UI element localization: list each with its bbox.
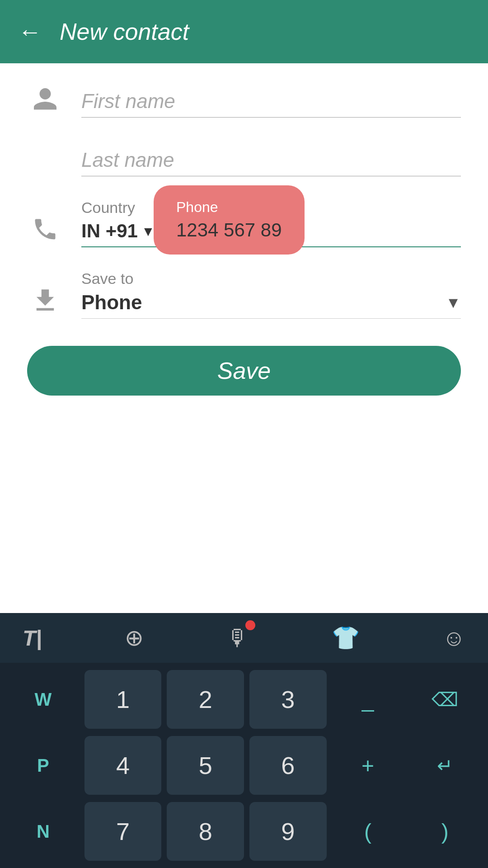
kb-key-4[interactable]: 4 (84, 736, 162, 795)
kb-key-6[interactable]: 6 (249, 736, 327, 795)
save-to-dropdown[interactable]: Phone ▼ (81, 291, 461, 319)
save-button[interactable]: Save (27, 346, 461, 396)
country-code: IN +91 (81, 220, 138, 242)
kb-row-2: P 4 5 6 + ↵ (0, 736, 488, 795)
kb-key-5[interactable]: 5 (167, 736, 244, 795)
back-button[interactable]: ← (18, 18, 42, 45)
kb-row-3: N 7 8 9 ( ) (0, 802, 488, 861)
mic-tool-button[interactable]: 🎙 (226, 625, 249, 651)
kb-key-7[interactable]: 7 (84, 802, 162, 861)
first-name-row (27, 81, 461, 118)
kb-key-2[interactable]: 2 (167, 670, 244, 729)
kb-key-3[interactable]: 3 (249, 670, 327, 729)
last-name-input[interactable] (81, 149, 461, 176)
save-to-label: Save to (81, 270, 461, 288)
kb-key-enter[interactable]: ↵ (406, 736, 483, 795)
kb-key-underscore[interactable]: _ (329, 670, 407, 729)
kb-key-open-paren[interactable]: ( (329, 802, 407, 861)
kb-key-backspace[interactable]: ⌫ (406, 670, 483, 729)
kb-key-close-paren[interactable]: ) (406, 802, 483, 861)
kb-row-1: W 1 2 3 _ ⌫ (0, 670, 488, 729)
save-to-value: Phone (81, 291, 142, 314)
contact-icon (27, 81, 63, 118)
phone-row: Phone 1234 567 89 Country Phone IN +91 ▼ (27, 199, 461, 247)
keyboard-toolbar: T| ⊕ 🎙 👕 ☺ (0, 613, 488, 663)
kb-key-1[interactable]: 1 (84, 670, 162, 729)
kb-key-p[interactable]: P (5, 736, 82, 795)
font-tool-icon[interactable]: T| (23, 626, 42, 651)
kb-key-9[interactable]: 9 (249, 802, 327, 861)
app-header: ← New contact (0, 0, 488, 63)
person-icon (32, 86, 59, 113)
shirt-tool-icon[interactable]: 👕 (332, 625, 360, 651)
save-to-section: Save to Phone ▼ (81, 270, 461, 319)
tooltip-value: 1234 567 89 (176, 219, 282, 241)
keyboard-rows: W 1 2 3 _ ⌫ P 4 5 6 + ↵ N 7 8 9 ( ) (0, 663, 488, 861)
phone-section: Phone 1234 567 89 Country Phone IN +91 ▼ (81, 199, 461, 247)
kb-key-n[interactable]: N (5, 802, 82, 861)
save-button-label: Save (217, 357, 271, 384)
globe-tool-icon[interactable]: ⊕ (125, 625, 144, 651)
first-name-field-wrapper (81, 90, 461, 118)
last-name-row (27, 140, 461, 176)
kb-key-8[interactable]: 8 (167, 802, 244, 861)
country-dropdown-arrow: ▼ (141, 224, 155, 239)
form-area: Phone 1234 567 89 Country Phone IN +91 ▼ (0, 63, 488, 432)
save-to-arrow-icon: ▼ (446, 294, 461, 311)
keyboard: T| ⊕ 🎙 👕 ☺ W 1 2 3 _ ⌫ P 4 5 6 + ↵ N (0, 613, 488, 868)
last-name-spacer (27, 140, 63, 176)
record-indicator (245, 620, 255, 630)
first-name-input[interactable] (81, 90, 461, 118)
tooltip-label: Phone (176, 199, 218, 216)
phone-tooltip: Phone 1234 567 89 (154, 185, 305, 255)
last-name-field-wrapper (81, 149, 461, 176)
kb-key-w[interactable]: W (5, 670, 82, 729)
emoji-tool-icon[interactable]: ☺ (442, 625, 465, 651)
save-to-icon (27, 283, 63, 319)
save-to-row: Save to Phone ▼ (27, 270, 461, 319)
kb-key-plus[interactable]: + (329, 736, 407, 795)
phone-icon (27, 211, 63, 247)
page-title: New contact (60, 18, 189, 45)
